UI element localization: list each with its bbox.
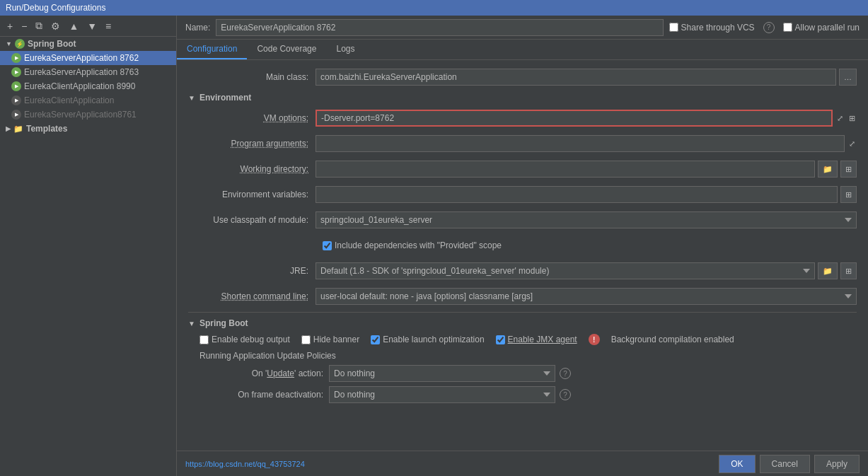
app-icon-client: ▶ [11,95,21,105]
share-vcs-label[interactable]: Share through VCS [669,23,755,33]
enable-debug-checkbox[interactable] [199,335,209,344]
sidebar-item-eureka-client-8990[interactable]: ▶ EurekaClientApplication 8990 [0,79,176,93]
sidebar-toolbar: + − ⧉ ⚙ ▲ ▼ ≡ [0,16,176,37]
remove-config-button[interactable]: − [18,19,30,33]
sidebar-item-eureka-8761[interactable]: ▶ EurekaServerApplication8761 [0,108,176,122]
on-frame-select[interactable]: Do nothing Update classes and resources … [329,386,555,403]
enable-jmx-checkbox[interactable] [496,335,505,344]
program-args-row: Program arguments: ⤢ [188,134,857,153]
jre-label: JRE: [188,266,316,276]
on-frame-label: On frame deactivation: [199,390,323,400]
jre-input-wrapper: Default (1.8 - SDK of 'springcloud_01eur… [316,262,857,279]
name-label: Name: [185,23,210,33]
main-class-row: Main class: … [188,67,857,87]
spring-boot-checkboxes: Enable debug output Hide banner Enable l… [199,334,857,345]
main-panel: Name: Share through VCS ? Allow parallel… [177,16,868,476]
form-body: Main class: … ▼ Environment VM options: [177,60,868,451]
shorten-cmd-select[interactable]: user-local default: none - java [options… [316,288,857,305]
app-icon-8763: ▶ [11,67,21,77]
spring-boot-group-label: Spring Boot [28,39,76,49]
env-vars-input[interactable] [316,186,838,203]
vm-options-expand-button[interactable]: ⤢ [835,112,845,124]
working-dir-row: Working directory: 📁 ⊞ [188,159,857,179]
templates-triangle: ▶ [6,125,11,132]
sidebar: + − ⧉ ⚙ ▲ ▼ ≡ ▼ ⚡ Spring Boot ▶ EurekaSe… [0,16,177,476]
move-down-button[interactable]: ▼ [84,19,100,33]
hide-banner-checkbox[interactable] [301,335,311,344]
ok-button[interactable]: OK [719,455,755,473]
name-input[interactable] [216,19,663,36]
enable-jmx-cb-label[interactable]: Enable JMX agent [496,335,577,344]
classpath-select[interactable]: springcloud_01eureka_server [316,211,857,228]
working-dir-input[interactable] [316,161,815,178]
include-deps-checkbox-label[interactable]: Include dependencies with "Provided" sco… [323,240,502,250]
sidebar-item-eureka-client[interactable]: ▶ EurekaClientApplication [0,93,176,108]
main-class-browse-button[interactable]: … [839,69,857,86]
jre-expand-button[interactable]: ⊞ [840,262,857,279]
share-vcs-help[interactable]: ? [763,22,775,33]
on-frame-help-icon[interactable]: ? [560,389,571,400]
allow-parallel-text: Allow parallel run [795,23,860,33]
cancel-button[interactable]: Cancel [760,455,810,473]
vm-options-input[interactable] [316,110,833,127]
enable-debug-cb-label[interactable]: Enable debug output [199,335,290,344]
spring-boot-triangle[interactable]: ▼ [188,320,195,327]
jre-select[interactable]: Default (1.8 - SDK of 'springcloud_01eur… [316,262,815,279]
allow-parallel-label[interactable]: Allow parallel run [783,23,860,33]
sidebar-item-eureka-8762[interactable]: ▶ EurekaServerApplication 8762 [0,51,176,65]
tab-code-coverage[interactable]: Code Coverage [247,40,326,59]
on-update-help-icon[interactable]: ? [560,368,571,379]
templates-group-label: Templates [26,124,67,134]
program-args-input[interactable] [316,135,845,152]
on-update-select-wrapper: Do nothing Update classes and resources … [329,365,571,382]
sidebar-item-eureka-8763[interactable]: ▶ EurekaServerApplication 8763 [0,65,176,79]
environment-triangle[interactable]: ▼ [188,94,195,102]
on-update-label-text: On 'Update' action: [252,368,323,378]
working-dir-expand-button[interactable]: ⊞ [840,161,857,178]
hide-banner-text: Hide banner [313,335,359,344]
update-policy-title: Running Application Update Policies [199,351,857,361]
sidebar-item-label-client-8990: EurekaClientApplication 8990 [24,81,135,91]
allow-parallel-checkbox[interactable] [783,23,792,32]
working-dir-folder-button[interactable]: 📁 [818,161,838,178]
copy-config-button[interactable]: ⧉ [33,18,45,33]
name-options: Share through VCS ? Allow parallel run [669,22,860,33]
spring-boot-section-header: ▼ Spring Boot [188,312,857,328]
include-deps-row: Include dependencies with "Provided" sco… [323,236,857,255]
settings-button[interactable]: ⚙ [48,19,63,33]
include-deps-checkbox[interactable] [323,241,332,250]
vm-options-add-button[interactable]: ⊞ [847,112,857,124]
env-vars-label: Environment variables: [188,190,316,199]
hide-banner-cb-label[interactable]: Hide banner [301,335,359,344]
enable-launch-checkbox[interactable] [371,335,380,344]
main-class-input[interactable] [316,69,836,86]
on-update-select[interactable]: Do nothing Update classes and resources … [329,365,555,382]
env-vars-input-wrapper: ⊞ [316,186,857,203]
spring-boot-group[interactable]: ▼ ⚡ Spring Boot [0,37,176,51]
jre-row: JRE: Default (1.8 - SDK of 'springcloud_… [188,261,857,281]
classpath-row: Use classpath of module: springcloud_01e… [188,210,857,230]
bottom-link[interactable]: https://blog.csdn.net/qq_43753724 [185,460,305,468]
vm-options-input-wrapper: ⤢ ⊞ [316,110,857,127]
vm-options-label: VM options: [188,113,316,123]
program-args-expand-button[interactable]: ⤢ [847,138,857,150]
tabs-bar: Configuration Code Coverage Logs [177,40,868,60]
sort-button[interactable]: ≡ [103,19,114,33]
tab-configuration[interactable]: Configuration [177,40,247,59]
dialog-title: Run/Debug Configurations [6,3,105,13]
enable-launch-cb-label[interactable]: Enable launch optimization [371,335,484,344]
on-update-label: On 'Update' action: [199,368,323,378]
program-args-input-wrapper: ⤢ [316,135,857,152]
environment-section-title: Environment [199,93,251,103]
warning-icon: ! [589,334,600,345]
add-config-button[interactable]: + [4,19,16,33]
jre-browse-button[interactable]: 📁 [818,262,838,279]
apply-button[interactable]: Apply [814,455,860,473]
tab-code-coverage-label: Code Coverage [257,44,316,54]
templates-group[interactable]: ▶ 📁 Templates [0,122,176,136]
tab-logs[interactable]: Logs [326,40,364,59]
share-vcs-checkbox[interactable] [669,23,678,32]
tab-configuration-label: Configuration [187,44,237,54]
move-up-button[interactable]: ▲ [66,19,81,33]
env-vars-browse-button[interactable]: ⊞ [840,186,857,203]
